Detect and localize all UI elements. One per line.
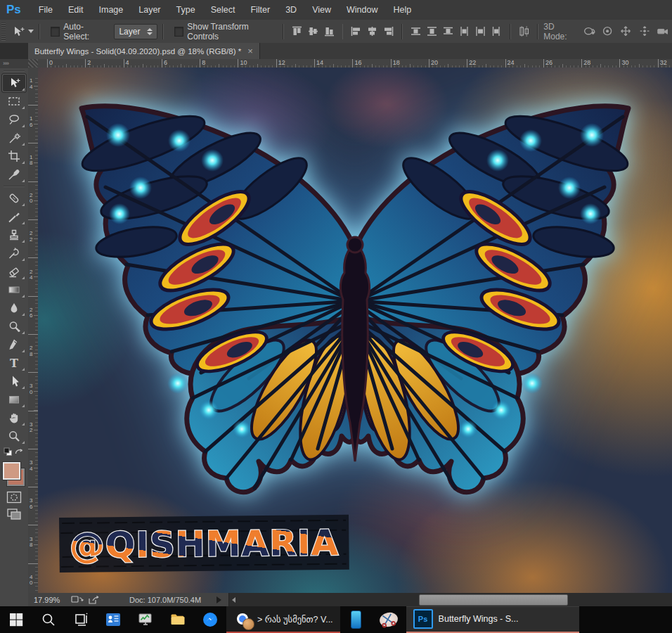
- task-manager-button[interactable]: [129, 606, 162, 633]
- distribute-top-edges-button[interactable]: [409, 25, 422, 38]
- tool-preset-picker[interactable]: [11, 25, 34, 39]
- align-top-edges-button[interactable]: [290, 25, 304, 38]
- tool-eraser[interactable]: [2, 262, 26, 281]
- tool-rectangular-marquee[interactable]: [2, 92, 26, 110]
- show-transform-checkbox[interactable]: [174, 27, 183, 37]
- align-horizontal-centers-button[interactable]: [366, 25, 379, 38]
- start-button[interactable]: [0, 606, 32, 633]
- tool-crop[interactable]: [2, 147, 26, 165]
- panel-collapse-icon[interactable]: »»: [0, 59, 28, 68]
- tool-gradient[interactable]: [2, 281, 26, 299]
- tab-close-icon[interactable]: ×: [247, 46, 253, 56]
- tool-hand[interactable]: [2, 409, 26, 427]
- snipping-tool-button[interactable]: [373, 606, 405, 633]
- screen-mode-button[interactable]: [2, 506, 26, 523]
- menu-item-type[interactable]: Type: [169, 0, 203, 20]
- chrome-task-button[interactable]: > რას უსმენთ? V...: [226, 606, 340, 633]
- photoshop-task-button[interactable]: Ps Butterfly Wings - S...: [406, 606, 579, 633]
- chevron-down-icon: [28, 30, 34, 33]
- canvas-viewport[interactable]: @QISHMARIA: [38, 68, 672, 593]
- status-popup-arrow-icon[interactable]: [217, 596, 221, 603]
- distribute-spacing-button[interactable]: [517, 25, 531, 38]
- align-left-edges-button[interactable]: [349, 25, 363, 38]
- doc-size-info: Doc: 107.0M/750.4M: [129, 596, 201, 604]
- ruler-number: 3 8: [30, 537, 32, 549]
- horizontal-scrollbar[interactable]: [228, 593, 672, 606]
- tool-clone-stamp[interactable]: [2, 226, 26, 244]
- menu-item-image[interactable]: Image: [91, 0, 131, 20]
- quick-mask-button[interactable]: [2, 489, 26, 506]
- 3d-roll-icon[interactable]: [600, 25, 614, 39]
- share-export-icon[interactable]: [88, 595, 101, 605]
- scrollbar-thumb[interactable]: [419, 594, 568, 606]
- ruler-number: 1 4: [30, 78, 32, 90]
- tool-rectangle[interactable]: [2, 390, 26, 409]
- tool-type[interactable]: T: [2, 354, 26, 372]
- watermark: @QISHMARIA: [59, 515, 349, 573]
- photoshop-logo: Ps: [6, 3, 21, 17]
- align-vertical-centers-button[interactable]: [306, 25, 320, 38]
- 3d-rotate-icon[interactable]: [582, 25, 596, 39]
- distribute-horizontal-centers-button[interactable]: [474, 25, 487, 38]
- options-bar-grip[interactable]: [1, 23, 6, 41]
- menu-bar: Ps FileEditImageLayerTypeSelectFilter3DV…: [0, 0, 672, 20]
- align-right-edges-button[interactable]: [382, 25, 395, 38]
- distribute-bottom-edges-button[interactable]: [441, 25, 455, 38]
- scissors-icon: [378, 611, 399, 629]
- menu-item-edit[interactable]: Edit: [60, 0, 91, 20]
- file-explorer-button[interactable]: [162, 606, 194, 633]
- distribute-left-edges-button[interactable]: [458, 25, 471, 38]
- auto-select-target-dropdown[interactable]: Layer: [114, 24, 157, 39]
- distribute-vertical-centers-button[interactable]: [425, 25, 439, 38]
- show-transform-label: Show Transform Controls: [187, 22, 274, 41]
- menu-item-filter[interactable]: Filter: [243, 0, 278, 20]
- tool-path-selection[interactable]: [2, 372, 26, 390]
- auto-select-checkbox[interactable]: [51, 27, 60, 37]
- menu-item-help[interactable]: Help: [386, 0, 420, 20]
- align-bottom-edges-button[interactable]: [323, 25, 336, 38]
- adaptive-resolution-icon[interactable]: [71, 595, 84, 605]
- mail-app-button[interactable]: [97, 606, 129, 633]
- tool-brush[interactable]: [2, 207, 26, 226]
- tool-pen[interactable]: [2, 335, 26, 354]
- tool-dodge[interactable]: [2, 317, 26, 335]
- ruler-number: 2 6: [30, 307, 32, 319]
- tool-lasso[interactable]: [2, 110, 26, 129]
- photoshop-task-icon: Ps: [413, 609, 433, 629]
- distribute-right-edges-button[interactable]: [490, 25, 503, 38]
- task-view-button[interactable]: [65, 606, 97, 633]
- 3d-camera-icon[interactable]: [656, 25, 670, 39]
- default-colors-icon[interactable]: [4, 447, 13, 459]
- 3d-slide-icon[interactable]: [638, 25, 652, 39]
- search-button[interactable]: [32, 606, 65, 633]
- auto-select-label: Auto-Select:: [63, 22, 105, 41]
- ruler-number: 8: [200, 59, 205, 66]
- tool-spot-healing-brush[interactable]: [2, 189, 26, 207]
- tool-magic-wand[interactable]: [2, 129, 26, 147]
- ruler-number: 6: [162, 59, 167, 66]
- menu-item-view[interactable]: View: [304, 0, 339, 20]
- ruler-number: 3 2: [30, 422, 32, 434]
- your-phone-button[interactable]: [340, 606, 373, 633]
- color-swatches: [2, 462, 26, 486]
- tool-zoom[interactable]: [2, 427, 26, 445]
- swap-colors-icon[interactable]: [14, 447, 25, 459]
- tool-eyedropper[interactable]: [2, 165, 26, 184]
- document-tab[interactable]: Butterfly Wings - Solid(04.09.2020).psd …: [28, 43, 260, 59]
- menu-item-layer[interactable]: Layer: [131, 0, 168, 20]
- menu-item-3d[interactable]: 3D: [278, 0, 304, 20]
- menu-item-select[interactable]: Select: [203, 0, 243, 20]
- tool-blur[interactable]: [2, 299, 26, 317]
- tool-move[interactable]: [2, 74, 26, 92]
- menu-item-window[interactable]: Window: [339, 0, 385, 20]
- tool-panel: »» T: [0, 59, 29, 606]
- 3d-drag-icon[interactable]: [619, 25, 633, 39]
- tool-history-brush[interactable]: [2, 244, 26, 262]
- menu-item-file[interactable]: File: [31, 0, 60, 20]
- ruler-number: 12: [276, 59, 285, 66]
- ruler-vertical[interactable]: 1 41 61 82 02 22 42 62 83 03 23 43 63 84…: [28, 68, 39, 593]
- zoom-level-field[interactable]: 17.99%: [28, 596, 69, 604]
- scroll-left-arrow-icon[interactable]: [232, 597, 235, 603]
- messenger-button[interactable]: [194, 606, 226, 633]
- foreground-color-swatch[interactable]: [3, 462, 20, 480]
